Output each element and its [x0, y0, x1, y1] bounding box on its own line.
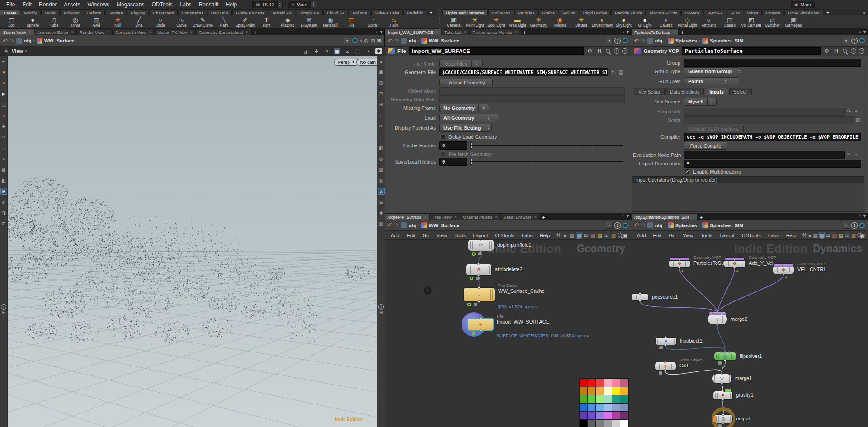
shaded-mode-icon[interactable]: ◧: [378, 145, 384, 151]
lock-flag-icon[interactable]: [474, 303, 477, 306]
net-dynamics-menu-add[interactable]: Add: [634, 232, 649, 239]
palette-swatch-1[interactable]: [588, 379, 595, 387]
params-right-tab-particlestosurface[interactable]: ParticlesToSurface✕: [632, 29, 678, 35]
display-flag-icon[interactable]: [472, 252, 476, 256]
param-row-evaluation-node-path-field[interactable]: [684, 151, 845, 159]
close-tab-icon[interactable]: ✕: [71, 29, 74, 35]
info-icon[interactable]: i: [378, 304, 384, 310]
params-right-crumb-splashes[interactable]: Splashes: [668, 38, 697, 44]
shelf-right-tool-sky-light[interactable]: ●Sky Light: [613, 16, 634, 28]
dolly-icon[interactable]: ↔: [378, 134, 384, 140]
folder-tab-vex-setup[interactable]: Vex Setup: [634, 88, 665, 95]
param-row-geometry-data-path-field[interactable]: [439, 95, 625, 103]
net-dynamics-menu-edit[interactable]: Edit: [650, 232, 665, 239]
tumble-icon[interactable]: ⟳: [378, 123, 384, 129]
palette-swatch-16[interactable]: [612, 395, 620, 403]
net-dynamics-menu-view[interactable]: View: [679, 232, 697, 239]
laser-select-icon[interactable]: ●: [1, 113, 7, 118]
shelf-left-tool-line[interactable]: ╱Line: [128, 16, 150, 28]
menu-edit[interactable]: Edit: [19, 0, 35, 9]
shelf-right-tool-ambient-light[interactable]: ○Ambient Light: [698, 16, 719, 29]
shelf-left-tab-constraints[interactable]: Constraints: [178, 9, 207, 15]
color-swatch-icon[interactable]: ▧: [832, 232, 837, 238]
layout-quad-icon[interactable]: ◫: [378, 80, 384, 86]
input-connector[interactable]: [479, 317, 481, 319]
back-icon[interactable]: ↶: [387, 38, 392, 44]
flipbook-icon[interactable]: ◔: [365, 48, 372, 54]
menu-assets[interactable]: Assets: [60, 0, 84, 9]
scene-viewport[interactable]: Persp▼ No cam▼ Indie Edition: [0, 56, 385, 427]
shelf-left-tab-guide-process[interactable]: Guide Process: [232, 9, 268, 15]
scale-tool-icon[interactable]: ↔: [1, 145, 7, 151]
node-cliff[interactable]: ▮: [655, 362, 676, 370]
shelf-left-tab-sidefx-labs[interactable]: SideFX Labs: [371, 9, 403, 15]
palette-swatch-22[interactable]: [612, 404, 620, 411]
param-row-run-over-select[interactable]: Points▲▼: [684, 77, 739, 85]
palette-swatch-20[interactable]: [596, 404, 604, 411]
param-row-vex-source-select[interactable]: Myself▲▼: [684, 98, 717, 106]
op-path-icon[interactable]: ⌖: [855, 152, 858, 158]
shelf-left-tab-model[interactable]: Model: [41, 9, 60, 15]
pane-corner-icon[interactable]: ⊞: [378, 310, 384, 315]
palette-swatch-10[interactable]: [612, 387, 620, 395]
houdini-badge-icon[interactable]: H: [596, 48, 603, 54]
input-connector[interactable]: [733, 258, 736, 261]
palette-swatch-4[interactable]: [612, 379, 620, 387]
pane-split-icon[interactable]: ▤: [370, 38, 375, 44]
select-spinner-icon[interactable]: ▲▼: [478, 114, 499, 122]
scene-tab-scene-view[interactable]: Scene View✕: [0, 29, 34, 35]
pane-layout-icon[interactable]: ▫: [622, 29, 624, 34]
pane-layout-icon[interactable]: ▫: [859, 213, 861, 218]
simulation-flag-icon[interactable]: ▲: [736, 269, 739, 273]
node-dopimportfield1[interactable]: ⟳: [468, 240, 494, 251]
paint-tool-icon[interactable]: ●: [1, 69, 7, 75]
op-path-icon[interactable]: ⌖: [855, 108, 858, 114]
houdini-badge-icon[interactable]: H: [833, 48, 840, 54]
close-tab-icon[interactable]: ✕: [149, 29, 152, 35]
info-icon[interactable]: i: [851, 48, 856, 54]
shelf-left-tool-box[interactable]: ▢Box: [1, 16, 22, 28]
view-caret-icon[interactable]: ▾: [25, 49, 27, 53]
shelf-left-tool-grid[interactable]: ▦Grid: [86, 16, 107, 28]
file-chooser-icon[interactable]: ▤: [856, 117, 860, 123]
disabled-cam-icon[interactable]: ◯: [354, 48, 361, 54]
node-ww-surface-cache[interactable]: ◒: [464, 288, 495, 301]
lock-flag-icon[interactable]: [718, 361, 722, 365]
node-list-icon[interactable]: ▤: [570, 232, 575, 238]
close-tab-icon[interactable]: ✕: [515, 29, 518, 35]
shelf-left-tab-texture[interactable]: Texture: [105, 9, 127, 15]
shelf-right-tab-crowds[interactable]: Crowds: [762, 9, 784, 15]
node-popsource1[interactable]: [632, 294, 648, 300]
folder-tab-solver[interactable]: Solver: [729, 88, 752, 95]
move-tool-icon[interactable]: ✚: [1, 123, 7, 129]
net-dynamics-menu-go[interactable]: Go: [666, 232, 679, 239]
shelf-left-tab-rigging[interactable]: Rigging: [127, 9, 149, 15]
shelf-right-tab-particle-fluids[interactable]: Particle Fluids: [611, 9, 646, 15]
search-icon[interactable]: [857, 232, 859, 238]
param-row-save-load-retries-value-field[interactable]: 0: [439, 158, 467, 166]
input-connector[interactable]: [716, 313, 718, 315]
scene-tab-animation-editor[interactable]: Animation Editor✕: [34, 29, 76, 35]
menu-megascans[interactable]: Megascans: [113, 0, 148, 9]
shelf-right-tool-switcher[interactable]: ⇄Switcher: [762, 16, 783, 28]
input-connector[interactable]: [782, 265, 784, 267]
sticky-note-icon[interactable]: ▤: [597, 232, 602, 238]
mirror-tool-icon[interactable]: ◨: [1, 210, 7, 216]
net-dynamics-canvas[interactable]: Indie EditionDynamics❖Geometry VOPPartic…: [631, 240, 868, 427]
output-connector[interactable]: [639, 300, 641, 302]
net-geometry-canvas[interactable]: Indie EditionGeometry⟳dopimportfield1✕at…: [385, 240, 631, 427]
pane-layout-icon[interactable]: ▫: [859, 29, 861, 34]
shelf-right-tool-caustic-light[interactable]: ◗Caustic Light: [656, 16, 677, 29]
shelf-left-tool-circle[interactable]: ○Circle: [150, 16, 171, 28]
desktop-selector[interactable]: ▦DUO: [252, 1, 277, 8]
select-tool-icon[interactable]: ▶: [1, 91, 7, 97]
node-output[interactable]: ◍: [714, 415, 732, 423]
params-right-crumb-obj[interactable]: obj: [647, 38, 663, 44]
input-connector[interactable]: [720, 313, 722, 315]
net-dynamics-crumb-splashes[interactable]: Splashes: [668, 222, 697, 228]
shelf-right-tab-particles[interactable]: Particles: [514, 9, 538, 15]
net-geometry-tab-material-palette[interactable]: Material Palette✕: [460, 214, 501, 220]
input-connector[interactable]: [712, 313, 714, 315]
lock-flag-icon[interactable]: [659, 346, 663, 349]
net-geometry-tab-asset-browser[interactable]: Asset Browser✕: [501, 214, 539, 220]
